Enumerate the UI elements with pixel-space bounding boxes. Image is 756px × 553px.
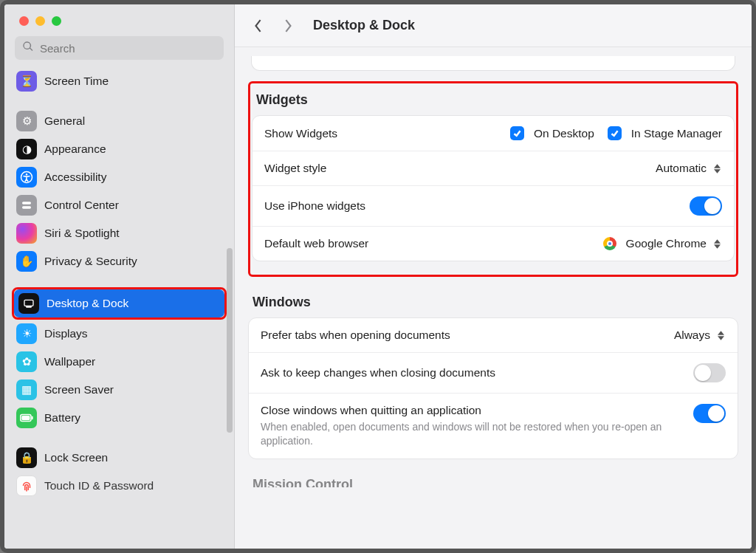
- close-windows-label: Close windows when quitting an applicati…: [261, 404, 481, 417]
- sidebar-item-appearance[interactable]: ◑ Appearance: [12, 135, 227, 163]
- close-windows-sub: When enabled, open documents and windows…: [261, 420, 674, 448]
- toolbar: Desktop & Dock: [235, 4, 752, 47]
- sidebar-item-siri-spotlight[interactable]: Siri & Spotlight: [12, 219, 227, 247]
- checkbox-icon: [510, 126, 524, 140]
- sidebar-item-general[interactable]: ⚙ General: [12, 107, 227, 135]
- sidebar-item-control-center[interactable]: Control Center: [12, 191, 227, 219]
- iphone-widgets-switch[interactable]: [690, 196, 722, 216]
- search-icon: [22, 41, 34, 55]
- page-title: Desktop & Dock: [313, 18, 415, 33]
- sidebar-item-label: Wallpaper: [44, 355, 95, 368]
- svg-rect-2: [22, 202, 31, 204]
- row-close-windows: Close windows when quitting an applicati…: [249, 393, 738, 458]
- sidebar-item-label: Appearance: [44, 142, 106, 156]
- search-field[interactable]: [15, 36, 224, 60]
- sidebar-item-label: Privacy & Security: [44, 255, 137, 268]
- close-windows-switch[interactable]: [693, 404, 726, 423]
- widget-style-popup[interactable]: Automatic: [656, 162, 722, 175]
- highlight-desktop-dock: Desktop & Dock: [12, 287, 227, 320]
- window-controls: [4, 4, 234, 32]
- checkbox-icon: [608, 126, 622, 140]
- sidebar-item-screen-time[interactable]: ⏳ Screen Time: [12, 67, 227, 95]
- appearance-icon: ◑: [16, 139, 37, 159]
- sidebar: ⏳ Screen Time ⚙ General ◑ Appearance Acc…: [4, 4, 235, 549]
- sidebar-item-desktop-dock[interactable]: Desktop & Dock: [14, 289, 224, 317]
- section-title-widgets: Widgets: [256, 92, 730, 108]
- svg-rect-7: [32, 416, 33, 420]
- forward-button[interactable]: [278, 16, 298, 36]
- sidebar-item-label: Battery: [44, 411, 80, 425]
- chrome-icon: [603, 237, 616, 250]
- siri-icon: [16, 223, 37, 244]
- iphone-widgets-label: Use iPhone widgets: [264, 199, 365, 213]
- main-panel: Desktop & Dock Widgets Show Widgets On D…: [235, 4, 752, 549]
- svg-rect-4: [24, 300, 33, 306]
- row-show-widgets: Show Widgets On Desktop In Stage Manager: [252, 116, 734, 151]
- sidebar-item-battery[interactable]: Battery: [12, 404, 227, 432]
- row-ask-keep-changes: Ask to keep changes when closing documen…: [249, 352, 738, 393]
- close-window[interactable]: [19, 16, 29, 26]
- prefer-tabs-label: Prefer tabs when opening documents: [261, 329, 450, 342]
- default-browser-popup[interactable]: Google Chrome: [603, 237, 722, 250]
- sidebar-item-label: Screen Saver: [44, 383, 114, 396]
- svg-point-1: [26, 174, 27, 175]
- row-prefer-tabs: Prefer tabs when opening documents Alway…: [249, 318, 738, 352]
- screensaver-icon: ▦: [16, 379, 37, 400]
- sidebar-item-screen-saver[interactable]: ▦ Screen Saver: [12, 376, 227, 404]
- ask-keep-changes-label: Ask to keep changes when closing documen…: [261, 366, 495, 379]
- previous-section-peek: [251, 56, 735, 71]
- show-widgets-label: Show Widgets: [264, 127, 337, 140]
- minimize-window[interactable]: [35, 16, 45, 26]
- widgets-card: Show Widgets On Desktop In Stage Manager…: [252, 115, 735, 261]
- section-title-mission-control: Mission Control: [252, 477, 734, 487]
- svg-rect-5: [26, 306, 32, 308]
- sidebar-item-label: Control Center: [44, 199, 119, 212]
- windows-card: Prefer tabs when opening documents Alway…: [248, 317, 738, 459]
- battery-icon: [16, 408, 37, 428]
- prefer-tabs-popup[interactable]: Always: [674, 329, 726, 342]
- checkbox-label: On Desktop: [534, 127, 594, 140]
- row-default-browser: Default web browser Google Chrome: [252, 226, 734, 261]
- highlight-widgets-section: Widgets Show Widgets On Desktop In Stage…: [248, 81, 738, 277]
- sidebar-item-lock-screen[interactable]: 🔒 Lock Screen: [12, 444, 227, 472]
- default-browser-label: Default web browser: [264, 237, 368, 250]
- sidebar-item-label: Desktop & Dock: [47, 297, 128, 310]
- updown-chevron-icon: [712, 239, 722, 249]
- sidebar-item-label: Displays: [44, 327, 88, 340]
- sidebar-item-displays[interactable]: ☀ Displays: [12, 320, 227, 348]
- svg-rect-8: [21, 416, 30, 420]
- fingerprint-icon: [16, 475, 37, 496]
- popup-value: Automatic: [656, 162, 707, 175]
- popup-value: Always: [674, 329, 710, 342]
- sidebar-item-label: Screen Time: [44, 75, 109, 88]
- gear-icon: ⚙: [16, 111, 37, 131]
- sidebar-item-wallpaper[interactable]: ✿ Wallpaper: [12, 348, 227, 376]
- row-iphone-widgets: Use iPhone widgets: [252, 185, 734, 226]
- sidebar-item-accessibility[interactable]: Accessibility: [12, 163, 227, 191]
- checkbox-on-desktop[interactable]: On Desktop: [510, 126, 594, 140]
- back-button[interactable]: [248, 16, 269, 36]
- updown-chevron-icon: [712, 164, 722, 174]
- brightness-icon: ☀: [16, 323, 37, 344]
- sidebar-item-privacy-security[interactable]: ✋ Privacy & Security: [12, 247, 227, 275]
- system-settings-window: ⏳ Screen Time ⚙ General ◑ Appearance Acc…: [0, 0, 756, 553]
- ask-keep-changes-switch[interactable]: [693, 363, 726, 382]
- updown-chevron-icon: [715, 331, 726, 340]
- checkbox-label: In Stage Manager: [631, 127, 722, 140]
- search-input[interactable]: [40, 42, 216, 55]
- sidebar-scrollbar[interactable]: [227, 248, 233, 433]
- content-scroll[interactable]: Widgets Show Widgets On Desktop In Stage…: [235, 47, 752, 549]
- widget-style-label: Widget style: [264, 162, 326, 175]
- section-title-windows: Windows: [252, 295, 734, 310]
- sidebar-item-label: Lock Screen: [44, 451, 108, 464]
- hand-icon: ✋: [16, 251, 37, 272]
- sliders-icon: [16, 195, 37, 216]
- sidebar-item-label: Accessibility: [44, 171, 106, 184]
- lock-icon: 🔒: [16, 447, 37, 468]
- popup-value: Google Chrome: [626, 237, 707, 250]
- zoom-window[interactable]: [52, 16, 61, 26]
- checkbox-in-stage-manager[interactable]: In Stage Manager: [608, 126, 722, 140]
- svg-rect-3: [22, 206, 31, 208]
- sidebar-item-touch-id[interactable]: Touch ID & Password: [12, 472, 227, 500]
- sidebar-list[interactable]: ⏳ Screen Time ⚙ General ◑ Appearance Acc…: [4, 66, 234, 549]
